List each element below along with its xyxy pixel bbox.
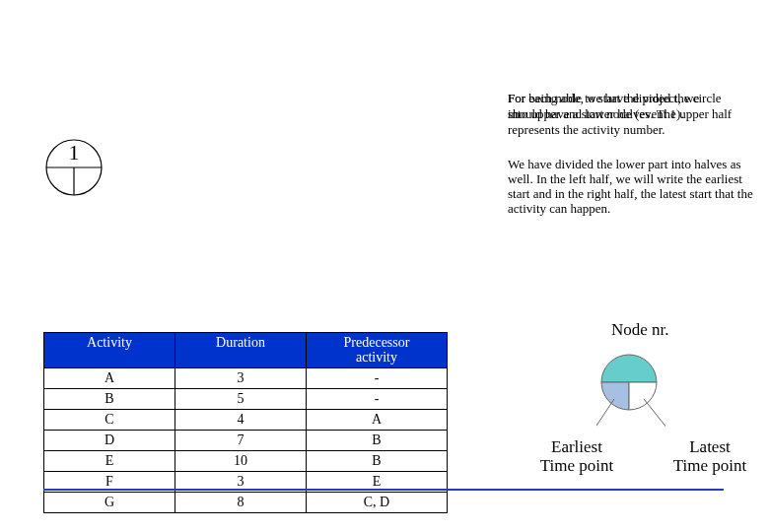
- cell-activity: A: [44, 367, 175, 388]
- svg-line-3: [596, 399, 614, 429]
- legend-right-line1: Latest: [689, 437, 731, 456]
- node-1-circle: 1: [44, 138, 104, 197]
- header-duration: Duration: [175, 333, 307, 368]
- intro-line2b: into upper and lower halves. The upper h…: [508, 107, 752, 122]
- table-body: A 3 - B 5 - C 4 A D 7 B E 10 B: [44, 367, 448, 512]
- cell-duration: 8: [175, 492, 307, 512]
- legend-circle-icon: [596, 350, 665, 429]
- header-activity: Activity: [44, 333, 175, 368]
- cell-duration: 3: [175, 367, 307, 388]
- explanation-paragraph: We have divided the lower part into halv…: [508, 158, 754, 217]
- cell-activity: D: [44, 430, 175, 450]
- intro-line3: represents the activity number.: [508, 123, 752, 138]
- cell-activity: E: [44, 450, 175, 471]
- cell-predecessor: -: [307, 388, 448, 409]
- table-row: A 3 -: [44, 367, 448, 388]
- table-row: D 7 B: [44, 430, 448, 450]
- activity-table: Activity Duration Predecessor activity A…: [43, 332, 448, 513]
- table-row: C 4 A: [44, 409, 448, 430]
- header-predecessor: Predecessor activity: [307, 333, 448, 368]
- table-header-row: Activity Duration Predecessor activity: [44, 333, 448, 368]
- node-legend: Node nr. Earliest Time point Latest Time…: [523, 320, 749, 498]
- svg-line-4: [644, 399, 665, 429]
- cell-activity: C: [44, 409, 175, 430]
- legend-right-line2: Time point: [673, 456, 746, 475]
- intro-paragraph: For being able to start the project, we …: [508, 92, 752, 140]
- cell-predecessor: C, D: [307, 492, 448, 512]
- legend-right-label: Latest Time point: [661, 438, 759, 475]
- cell-predecessor: B: [307, 450, 448, 471]
- header-predecessor-line2: activity: [356, 350, 397, 365]
- table-row: G 8 C, D: [44, 492, 448, 512]
- legend-title: Node nr.: [611, 320, 669, 340]
- header-predecessor-line1: Predecessor: [344, 335, 410, 350]
- intro-line1b: For each node, we have divided the circl…: [508, 92, 752, 106]
- cell-predecessor: A: [307, 409, 448, 430]
- cell-activity: G: [44, 492, 175, 512]
- cell-predecessor: B: [307, 430, 448, 450]
- legend-left-line1: Earliest: [551, 437, 602, 456]
- table-row: B 5 -: [44, 388, 448, 409]
- legend-left-label: Earliest Time point: [523, 438, 631, 475]
- cell-activity: B: [44, 388, 175, 409]
- cell-duration: 10: [175, 450, 307, 471]
- cell-duration: 4: [175, 409, 307, 430]
- bottom-divider: [43, 489, 724, 491]
- legend-left-line2: Time point: [540, 456, 613, 475]
- node-1-label: 1: [44, 140, 104, 166]
- table-row: E 10 B: [44, 450, 448, 471]
- cell-duration: 5: [175, 388, 307, 409]
- cell-duration: 7: [175, 430, 307, 450]
- cell-predecessor: -: [307, 367, 448, 388]
